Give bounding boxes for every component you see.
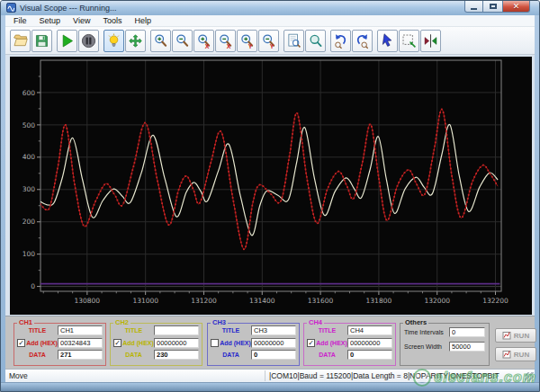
svg-text:0: 0	[31, 282, 35, 290]
pan-icon	[127, 32, 144, 49]
waveform-chart[interactable]: 1308001310001312001314001316001318001320…	[10, 57, 532, 315]
menu-item-view[interactable]: View	[67, 15, 96, 26]
ch3-data-input[interactable]	[251, 350, 296, 360]
toolbar-group	[104, 30, 146, 52]
toolbar-button-zoom-in[interactable]	[150, 30, 171, 52]
svg-text:131800: 131800	[366, 297, 392, 305]
zoom-y-in-icon: Y	[238, 32, 256, 49]
svg-text:Y: Y	[270, 42, 274, 49]
zoom-out-icon	[174, 32, 191, 49]
toolbar-button-zoom-y-in[interactable]: Y	[237, 30, 257, 52]
ch4-addr-checkbox[interactable]: ✓	[307, 339, 315, 347]
ch1-data-label: DATA	[17, 352, 58, 358]
toolbar-button-pause[interactable]	[78, 30, 99, 52]
status-divider	[265, 370, 266, 381]
ch1-group: CH1TITLE✓Add (HEX)DATA	[14, 323, 106, 366]
svg-text:131600: 131600	[308, 297, 334, 305]
ch1-title-label: TITLE	[17, 327, 58, 334]
ch1-addr-checkbox[interactable]: ✓	[17, 339, 25, 347]
save-icon	[33, 32, 50, 49]
menu-item-file[interactable]: File	[7, 15, 33, 26]
svg-text:132000: 132000	[424, 297, 450, 305]
window-title: Visual Scope --- Running...	[20, 4, 116, 13]
ch4-title-label: TITLE	[307, 327, 347, 334]
toolbar-button-undo-zoom[interactable]	[330, 30, 351, 52]
svg-text:200: 200	[22, 218, 36, 226]
toolbar-button-highlight[interactable]	[104, 30, 124, 52]
maximize-button[interactable]	[483, 1, 502, 13]
svg-text:X: X	[205, 42, 210, 49]
toolbar-group	[57, 30, 99, 52]
ch2-title-input[interactable]	[154, 325, 199, 335]
menu-item-help[interactable]: Help	[128, 15, 158, 26]
toolbar-button-zoom-y-out[interactable]: Y	[258, 30, 279, 52]
svg-text:X: X	[227, 42, 231, 49]
ch4-addr-input[interactable]	[347, 338, 392, 348]
ch3-addr-input[interactable]	[251, 338, 296, 348]
ch3-title-label: TITLE	[211, 327, 251, 334]
toolbar-button-zoom-x-out[interactable]: X	[215, 30, 236, 52]
ch3-title-input[interactable]	[251, 325, 296, 335]
ch2-data-input[interactable]	[154, 350, 199, 360]
toolbar-button-run[interactable]	[57, 30, 77, 52]
ch1-data-input[interactable]	[58, 350, 103, 360]
svg-text:100: 100	[22, 250, 36, 258]
ch1-addr-input[interactable]	[58, 338, 103, 348]
toolbar-button-zoom-out[interactable]	[172, 30, 193, 52]
ch4-title-input[interactable]	[347, 325, 392, 335]
toolbar-button-fit-page[interactable]	[284, 30, 304, 52]
app-icon	[6, 0, 16, 16]
close-button[interactable]: ✕	[502, 1, 530, 13]
toolbar-button-select[interactable]	[377, 30, 398, 52]
toolbar-button-open[interactable]	[10, 30, 31, 52]
toolbar-button-zoom-x-in[interactable]: X	[194, 30, 214, 52]
ch2-legend: CH2	[113, 318, 130, 326]
menu-item-tools[interactable]: Tools	[96, 15, 128, 26]
chart-client-area: 1308001310001312001314001316001318001320…	[5, 55, 535, 316]
ch3-addr-checkbox[interactable]	[211, 339, 219, 347]
time-intervals-label: Time Intervals	[404, 329, 449, 335]
svg-text:130800: 130800	[74, 297, 100, 305]
zoom-in-icon	[152, 32, 169, 49]
ch4-data-input[interactable]	[347, 350, 392, 360]
run-button-1[interactable]: RUN	[495, 328, 536, 343]
ch3-data-label: DATA	[211, 352, 251, 358]
ch1-title-input[interactable]	[58, 325, 103, 335]
toolbar-button-pan[interactable]	[125, 30, 146, 52]
run-button-2[interactable]: RUN	[495, 347, 536, 361]
zoom-x-in-icon: X	[195, 32, 212, 49]
zoom-window-icon	[307, 32, 324, 49]
undo-zoom-icon	[332, 32, 349, 49]
caption-buttons: ✕	[464, 1, 530, 13]
title-bar[interactable]: Visual Scope --- Running... ✕	[1, 1, 539, 15]
screen-width-input[interactable]	[449, 342, 485, 352]
bulb-icon	[105, 32, 122, 49]
window-border-bottom	[1, 382, 539, 392]
toolbar-button-center-signal[interactable]	[420, 30, 441, 52]
cursor-icon	[379, 32, 396, 49]
close-icon: ✕	[513, 2, 520, 11]
menu-item-setup[interactable]: Setup	[33, 15, 68, 26]
toolbar-button-save[interactable]	[32, 30, 52, 52]
play-icon	[58, 32, 76, 49]
ch2-addr-label: Add (HEX)	[122, 340, 154, 346]
time-intervals-input[interactable]	[449, 327, 485, 337]
toolbar-button-zoom-window[interactable]	[305, 30, 326, 52]
toolbar-button-redo-zoom[interactable]	[352, 30, 373, 52]
status-bar: Move |COM10|Baud = 115200|Data Length = …	[5, 369, 535, 382]
minimize-button[interactable]	[464, 1, 483, 13]
svg-text:600: 600	[22, 89, 36, 97]
visual-scope-window: Visual Scope --- Running... ✕ FileSetupV…	[0, 0, 540, 392]
run-button-column: RUNRUN	[495, 328, 538, 366]
ch2-addr-checkbox[interactable]: ✓	[113, 339, 122, 347]
resize-grip[interactable]	[525, 372, 534, 381]
svg-text:Y: Y	[248, 42, 253, 49]
toolbar-button-box-select[interactable]	[399, 30, 419, 52]
ch2-addr-input[interactable]	[154, 338, 199, 348]
svg-text:131200: 131200	[191, 297, 217, 305]
svg-text:131000: 131000	[132, 297, 158, 305]
ch3-group: CH3TITLEAdd (HEX)DATA	[207, 323, 300, 366]
minimize-icon	[471, 8, 477, 10]
toolbar-group	[10, 30, 52, 52]
redo-zoom-icon	[354, 32, 371, 49]
